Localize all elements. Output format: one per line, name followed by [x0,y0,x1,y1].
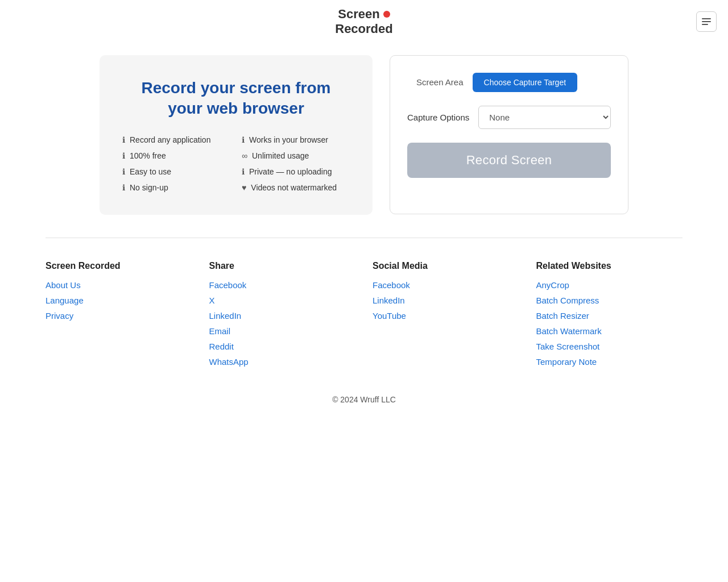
footer-link-batch-compress[interactable]: Batch Compress [536,296,683,305]
footer-link-take-screenshot[interactable]: Take Screenshot [536,342,683,351]
feature-text-6: Private — no uploading [249,167,332,176]
capture-tabs: Screen Area Choose Capture Target [407,73,611,92]
footer-col3-heading: Social Media [373,261,519,271]
footer-link-share-whatsapp[interactable]: WhatsApp [209,357,356,367]
copyright: © 2024 Wruff LLC [0,389,728,421]
footer-link-batch-resizer[interactable]: Batch Resizer [536,311,683,321]
logo: Screen Recorded [335,7,392,37]
footer-link-anycrop[interactable]: AnyCrop [536,280,683,290]
footer-col-social: Social Media Facebook LinkedIn YouTube [373,261,519,372]
feature-text-8: Videos not watermarked [251,183,337,192]
feature-icon-1: ℹ [122,135,125,144]
feature-private: ℹ Private — no uploading [242,167,350,176]
footer-col1-heading: Screen Recorded [46,261,192,271]
logo-top: Screen [338,7,390,22]
footer-link-language[interactable]: Language [46,296,192,305]
feature-free: ℹ 100% free [122,151,230,160]
footer-link-social-linkedin[interactable]: LinkedIn [373,296,519,305]
footer-col2-heading: Share [209,261,356,271]
footer-col-related: Related Websites AnyCrop Batch Compress … [536,261,683,372]
feature-text-3: 100% free [130,151,166,160]
header: Screen Recorded [0,0,728,44]
logo-dot [383,11,390,18]
feature-text-5: Easy to use [130,167,171,176]
feature-text-4: Unlimited usage [252,151,309,160]
feature-browser: ℹ Works in your browser [242,135,350,144]
logo-text-screen: Screen [338,7,379,22]
footer-link-privacy[interactable]: Privacy [46,311,192,321]
right-panel: Screen Area Choose Capture Target Captur… [390,55,628,214]
hero-title: Record your screen from your web browser [122,78,350,119]
footer-col4-heading: Related Websites [536,261,683,271]
logo-text-recorded: Recorded [335,22,392,36]
feature-icon-2: ℹ [242,135,245,144]
feature-icon-6: ℹ [242,167,245,176]
feature-record-any: ℹ Record any application [122,135,230,144]
tab-choose-capture-target[interactable]: Choose Capture Target [473,73,578,92]
footer-link-batch-watermark[interactable]: Batch Watermark [536,326,683,336]
feature-icon-4: ∞ [242,151,247,160]
menu-button[interactable] [696,11,717,32]
feature-icon-5: ℹ [122,167,125,176]
footer-link-share-linkedin[interactable]: LinkedIn [209,311,356,321]
feature-unlimited: ∞ Unlimited usage [242,151,350,160]
capture-options-label: Capture Options [407,113,469,122]
footer-col-screen-recorded: Screen Recorded About Us Language Privac… [46,261,192,372]
feature-icon-7: ℹ [122,183,125,192]
feature-icon-3: ℹ [122,151,125,160]
footer-link-share-x[interactable]: X [209,296,356,305]
menu-icon [702,18,711,25]
feature-text-7: No sign-up [130,183,168,192]
feature-no-signup: ℹ No sign-up [122,183,230,192]
feature-text-2: Works in your browser [249,135,328,144]
tab-screen-area[interactable]: Screen Area [407,73,473,92]
feature-easy: ℹ Easy to use [122,167,230,176]
record-screen-button[interactable]: Record Screen [407,143,611,178]
main-content: Record your screen from your web browser… [0,44,728,238]
feature-icon-8: ♥ [242,183,246,192]
footer-link-about-us[interactable]: About Us [46,280,192,290]
footer-col-share: Share Facebook X LinkedIn Email Reddit W… [209,261,356,372]
footer-link-social-facebook[interactable]: Facebook [373,280,519,290]
feature-no-watermark: ♥ Videos not watermarked [242,183,350,192]
footer-link-social-youtube[interactable]: YouTube [373,311,519,321]
left-panel: Record your screen from your web browser… [100,55,373,215]
features-grid: ℹ Record any application ℹ Works in your… [122,135,350,192]
feature-text-1: Record any application [130,135,210,144]
footer: Screen Recorded About Us Language Privac… [0,238,728,389]
footer-link-share-email[interactable]: Email [209,326,356,336]
capture-options-select[interactable]: None [478,106,611,129]
footer-link-temporary-note[interactable]: Temporary Note [536,357,683,367]
footer-link-share-facebook[interactable]: Facebook [209,280,356,290]
capture-options-row: Capture Options None [407,106,611,129]
footer-link-share-reddit[interactable]: Reddit [209,342,356,351]
